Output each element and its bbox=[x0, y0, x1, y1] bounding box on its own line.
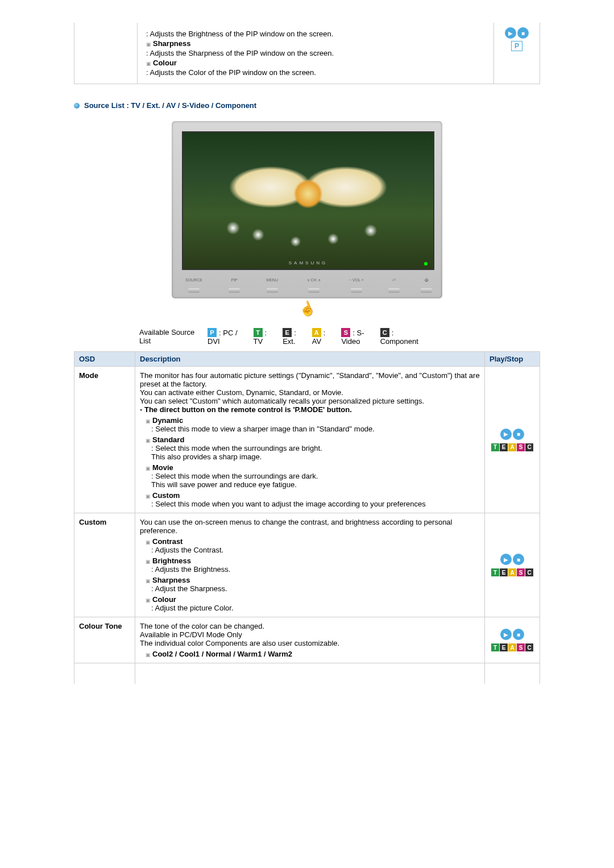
colour-label: Colour bbox=[153, 59, 177, 67]
play-cell: TEASC bbox=[485, 617, 540, 663]
play-icon[interactable] bbox=[500, 429, 512, 440]
th-desc: Description bbox=[135, 352, 485, 367]
monitor-brand-label: SAMSUNG bbox=[289, 260, 327, 265]
source-list-heading: Source List : TV / Ext. / AV / S-Video /… bbox=[74, 101, 540, 110]
source-badge-icon: S bbox=[517, 643, 525, 651]
source-badge-icon: E bbox=[283, 328, 292, 337]
p-mode-badge: P bbox=[511, 41, 522, 51]
th-osd: OSD bbox=[74, 352, 135, 367]
table-row: ModeThe monitor has four automatic pictu… bbox=[74, 367, 540, 513]
monitor-button: PIP bbox=[231, 278, 238, 293]
source-heading-text: Source List : TV / Ext. / AV / S-Video /… bbox=[84, 101, 256, 110]
source-badge-icon: E bbox=[500, 443, 508, 451]
legend-label-1: Available Source bbox=[139, 328, 208, 337]
source-legend-item: E :Ext. bbox=[283, 328, 296, 346]
table-row bbox=[74, 663, 540, 684]
monitor-button: ⏎ bbox=[392, 278, 396, 293]
source-badge-icon: C bbox=[525, 643, 533, 651]
source-legend-item: C :Component bbox=[380, 328, 418, 346]
source-legend-item: A :AV bbox=[312, 328, 326, 346]
sharpness-desc: : Adjusts the Sharpness of the PIP windo… bbox=[146, 49, 485, 57]
table-row: CustomYou can use the on-screen menus to… bbox=[74, 513, 540, 617]
bullet-icon: ▣ bbox=[146, 41, 151, 47]
hand-pointer-icon: ☝ bbox=[296, 298, 318, 319]
source-badge-icon: T bbox=[491, 643, 499, 651]
play-icon[interactable] bbox=[500, 629, 512, 640]
source-legend-item: P : PC /DVI bbox=[208, 328, 238, 346]
monitor-button: ⏻ bbox=[425, 278, 429, 293]
source-badge-icon: A bbox=[508, 568, 516, 576]
source-badge-icon: T bbox=[491, 443, 499, 451]
play-cell: TEASC bbox=[485, 513, 540, 617]
stop-icon[interactable] bbox=[513, 629, 524, 640]
available-source-legend: Available Source List P : PC /DVIT :TVE … bbox=[139, 328, 475, 346]
source-legend-item: T :TV bbox=[254, 328, 267, 346]
play-icon[interactable] bbox=[505, 27, 516, 39]
power-led-icon bbox=[424, 262, 428, 265]
desc-cell: You can use the on-screen menus to chang… bbox=[135, 513, 485, 617]
source-badge-icon: E bbox=[500, 568, 508, 576]
butterfly-sample-image bbox=[183, 132, 433, 269]
monitor-illustration: SAMSUNG SOURCEPIPMENU∨ CH ∧− VOL +⏎⏻ ☝ bbox=[74, 121, 540, 317]
source-badge-icon: P bbox=[208, 328, 217, 337]
osd-cell: Colour Tone bbox=[74, 617, 135, 663]
source-badge-icon: T bbox=[491, 568, 499, 576]
stop-icon[interactable] bbox=[513, 554, 524, 565]
source-badge-icon: C bbox=[525, 568, 533, 576]
source-badge-icon: C bbox=[525, 443, 533, 451]
source-badge-icon: S bbox=[517, 568, 525, 576]
pip-adjust-section: : Adjusts the Brightness of the PIP wind… bbox=[74, 23, 540, 84]
source-badge-icon: A bbox=[508, 643, 516, 651]
play-cell: TEASC bbox=[485, 367, 540, 513]
play-icon[interactable] bbox=[500, 554, 512, 565]
section-dot-icon bbox=[74, 103, 80, 109]
source-badge-icon: S bbox=[341, 328, 350, 337]
stop-icon[interactable] bbox=[513, 429, 524, 440]
osd-cell: Custom bbox=[74, 513, 135, 617]
monitor-button: SOURCE bbox=[185, 278, 202, 293]
source-badge-icon: C bbox=[380, 328, 389, 337]
monitor-button: ∨ CH ∧ bbox=[307, 278, 321, 293]
stop-icon[interactable] bbox=[517, 27, 529, 39]
desc-cell: The tone of the color can be changed.Ava… bbox=[135, 617, 485, 663]
sharpness-label: Sharpness bbox=[153, 39, 190, 48]
source-badge-icon: S bbox=[517, 443, 525, 451]
th-play: Play/Stop bbox=[485, 352, 540, 367]
legend-label-2: List bbox=[139, 337, 208, 345]
source-badge-icon: A bbox=[312, 328, 321, 337]
monitor-button: − VOL + bbox=[349, 278, 364, 293]
source-legend-item: S : S-Video bbox=[341, 328, 364, 346]
source-badge-icon: E bbox=[500, 643, 508, 651]
source-badge-icon: T bbox=[254, 328, 263, 337]
desc-cell: The monitor has four automatic picture s… bbox=[135, 367, 485, 513]
osd-cell: Mode bbox=[74, 367, 135, 513]
osd-table: OSD Description Play/Stop ModeThe monito… bbox=[74, 351, 540, 684]
monitor-button: MENU bbox=[266, 278, 278, 293]
table-row: Colour ToneThe tone of the color can be … bbox=[74, 617, 540, 663]
brightness-desc: : Adjusts the Brightness of the PIP wind… bbox=[146, 30, 485, 38]
bullet-icon: ▣ bbox=[146, 61, 151, 67]
colour-desc: : Adjusts the Color of the PIP window on… bbox=[146, 68, 485, 77]
source-badge-icon: A bbox=[508, 443, 516, 451]
